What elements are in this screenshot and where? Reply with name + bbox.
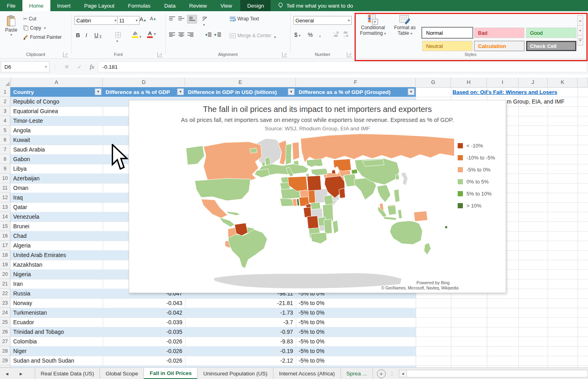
cell-country-5[interactable]: Angola — [10, 126, 103, 135]
cell-country-18[interactable]: United Arab Emirates — [10, 250, 103, 260]
cell-d-28[interactable]: -0.026 — [103, 346, 185, 356]
cell-country-8[interactable]: Gabon — [10, 154, 103, 164]
cancel-icon[interactable]: ✕ — [60, 64, 73, 70]
column-header-A[interactable]: A — [10, 78, 103, 87]
sheet-tab-real-estate-data-us[interactable]: Real Estate Data (US) — [35, 368, 100, 379]
column-header-F[interactable]: F — [296, 78, 416, 87]
row-header-27[interactable]: 27 — [0, 337, 10, 346]
ribbon-tab-formulas[interactable]: Formulas — [121, 0, 157, 11]
cell-country-7[interactable]: Saudi Arabia — [10, 145, 103, 154]
column-header-H[interactable]: H — [451, 78, 487, 87]
cell-country-9[interactable]: Libya — [10, 164, 103, 174]
row-header-17[interactable]: 17 — [0, 241, 10, 250]
cell-e-23[interactable]: -21.81 — [185, 298, 296, 308]
row-header-23[interactable]: 23 — [0, 298, 10, 308]
column-header-I[interactable]: I — [487, 78, 518, 87]
cell-country-6[interactable]: Kuwait — [10, 135, 103, 145]
sheet-tab-fall-in-oil-prices[interactable]: Fall in Oil Prices — [144, 368, 197, 379]
sheet-nav-right-icon[interactable]: ► — [14, 368, 28, 379]
filter-dropdown-icon[interactable]: ▼ — [288, 88, 295, 95]
row-header-18[interactable]: 18 — [0, 250, 10, 260]
ribbon-tab-data[interactable]: Data — [157, 0, 183, 11]
oil-prices-map-chart[interactable]: The fall in oil prices and its impact to… — [129, 100, 506, 293]
cell-e-28[interactable]: -0.19 — [185, 346, 296, 356]
row-header-8[interactable]: 8 — [0, 154, 10, 164]
table-header-difference-as-a-of-gdp-group[interactable]: Difference as a % of GDP (Grouped)▼ — [296, 87, 416, 97]
cell-f-27[interactable]: -5% to 0% — [296, 337, 416, 346]
cell-d-25[interactable]: -0.039 — [103, 317, 185, 327]
cell-e-29[interactable]: -2.12 — [185, 356, 296, 365]
cell-f-25[interactable]: -5% to 0% — [296, 317, 416, 327]
row-header-13[interactable]: 13 — [0, 202, 10, 212]
cell-f-29[interactable]: -5% to 0% — [296, 356, 416, 365]
filter-dropdown-icon[interactable]: ▼ — [95, 88, 102, 95]
table-header-difference-in-gdp-in-usd-bil[interactable]: Difference in GDP in USD (billions)▼ — [185, 87, 296, 97]
column-header-D[interactable]: D — [103, 78, 185, 87]
horizontal-scrollbar[interactable]: ◄ — [399, 369, 588, 378]
row-header-16[interactable]: 16 — [0, 231, 10, 241]
cell-e-25[interactable]: -3.7 — [185, 317, 296, 327]
sheet-tab-internet-access-africa[interactable]: Internet Access (Africa) — [273, 368, 341, 379]
hyperlink-text[interactable]: Based on: Oil's Fall: Winners and Losers — [452, 89, 557, 95]
cell-d-26[interactable]: -0.035 — [103, 327, 185, 337]
cell-f-28[interactable]: -5% to 0% — [296, 346, 416, 356]
cell-country-19[interactable]: Kazakhstan — [10, 260, 103, 269]
ribbon-tab-home[interactable]: Home — [22, 0, 50, 11]
cell-country-22[interactable]: Russia — [10, 289, 103, 298]
cell-country-26[interactable]: Trinidad and Tobago — [10, 327, 103, 337]
row-header-3[interactable]: 3 — [0, 106, 10, 116]
row-header-11[interactable]: 11 — [0, 183, 10, 193]
scroll-track[interactable] — [407, 370, 588, 377]
row-header-14[interactable]: 14 — [0, 212, 10, 221]
filter-dropdown-icon[interactable]: ▼ — [408, 88, 415, 95]
row-header-19[interactable]: 19 — [0, 260, 10, 269]
row-header-15[interactable]: 15 — [0, 221, 10, 231]
table-header-country[interactable]: Country▼ — [10, 87, 103, 97]
cell-country-2[interactable]: Republic of Congo — [10, 97, 103, 106]
ribbon-tab-page-layout[interactable]: Page Layout — [78, 0, 122, 11]
row-header-28[interactable]: 28 — [0, 346, 10, 356]
cell-country-25[interactable]: Ecuador — [10, 317, 103, 327]
row-header-24[interactable]: 24 — [0, 308, 10, 317]
row-header-29[interactable]: 29 — [0, 356, 10, 365]
cell-country-16[interactable]: Chad — [10, 231, 103, 241]
cell-e-24[interactable]: -1.73 — [185, 308, 296, 317]
cell-country-21[interactable]: Iran — [10, 279, 103, 289]
select-all-corner[interactable] — [0, 78, 11, 87]
sheet-tab-sprea[interactable]: Sprea ... — [341, 368, 373, 379]
cell-country-13[interactable]: Qatar — [10, 202, 103, 212]
column-header-J[interactable]: J — [518, 78, 548, 87]
ribbon-tab-insert[interactable]: Insert — [50, 0, 78, 11]
cell-country-11[interactable]: Oman — [10, 183, 103, 193]
tell-me-box[interactable]: Tell me what you want to do — [271, 0, 353, 11]
cell-country-29[interactable]: Sudan and South Sudan — [10, 356, 103, 365]
cell-d-23[interactable]: -0.043 — [103, 298, 185, 308]
cell-d-24[interactable]: -0.042 — [103, 308, 185, 317]
row-header-22[interactable]: 22 — [0, 289, 10, 298]
number-dialog-launcher[interactable] — [347, 52, 352, 57]
row-header-26[interactable]: 26 — [0, 327, 10, 337]
new-sheet-button[interactable]: + — [377, 368, 386, 379]
row-header-6[interactable]: 6 — [0, 135, 10, 145]
cell-country-23[interactable]: Norway — [10, 298, 103, 308]
sheet-tab-uninsured-population-us[interactable]: Uninsured Population (US) — [197, 368, 273, 379]
sheet-tab-global-scope[interactable]: Global Scope — [100, 368, 144, 379]
row-header-7[interactable]: 7 — [0, 145, 10, 154]
cell-country-3[interactable]: Equatorial Guinea — [10, 106, 103, 116]
row-header-5[interactable]: 5 — [0, 126, 10, 135]
ribbon-tab-view[interactable]: View — [213, 0, 239, 11]
cell-country-17[interactable]: Algeria — [10, 241, 103, 250]
row-header-12[interactable]: 12 — [0, 193, 10, 202]
clipboard-dialog-launcher[interactable] — [63, 52, 68, 57]
cell-country-4[interactable]: Timor-Leste — [10, 116, 103, 126]
cell-country-28[interactable]: Niger — [10, 346, 103, 356]
ribbon-tab-design[interactable]: Design — [240, 0, 271, 11]
row-header-25[interactable]: 25 — [0, 317, 10, 327]
filter-dropdown-icon[interactable]: ▼ — [177, 88, 184, 95]
alignment-dialog-launcher[interactable] — [282, 52, 287, 57]
table-header-difference-as-a-of-gdp[interactable]: Difference as a % of GDP▼ — [103, 87, 185, 97]
cell-d-27[interactable]: -0.026 — [103, 337, 185, 346]
row-header-9[interactable]: 9 — [0, 164, 10, 174]
cell-country-24[interactable]: Turkmenistan — [10, 308, 103, 317]
cell-f-24[interactable]: -5% to 0% — [296, 308, 416, 317]
